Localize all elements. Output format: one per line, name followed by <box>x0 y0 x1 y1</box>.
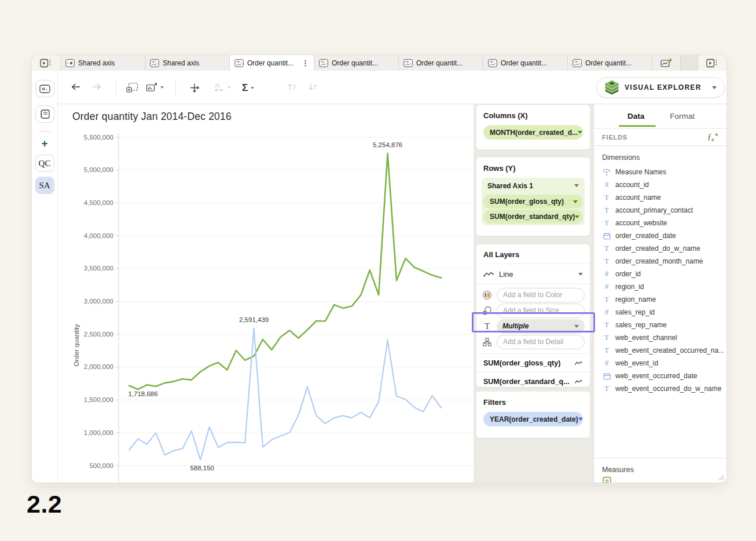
aggregate-button[interactable]: Σ <box>242 82 254 94</box>
filter-pill-year-order-created-date[interactable]: YEAR(order_created_date) <box>483 412 583 426</box>
field-order-created-do-w-name[interactable]: Torder_created_do_w_name <box>594 242 726 255</box>
field-account-id[interactable]: #account_id <box>594 178 726 191</box>
line-mark-icon <box>574 360 583 366</box>
aggregate-caret-icon[interactable] <box>251 87 254 89</box>
size-icon[interactable] <box>482 306 493 316</box>
tab-label: Order quantit... <box>585 59 647 67</box>
chart-canvas[interactable]: Order quantity Jan 2014-Dec 2016 Order q… <box>58 104 474 482</box>
date-field-icon <box>603 232 611 240</box>
remove-chart-caret-icon[interactable] <box>160 86 164 89</box>
shared-axis-header[interactable]: Shared Axis 1 <box>483 178 583 193</box>
pill-chevron-icon[interactable] <box>578 418 583 421</box>
field-label: region_name <box>615 295 656 304</box>
field-web-event-created-occurred-na[interactable]: Tweb_event_created_occurred_na... <box>594 344 726 357</box>
page-thumb-label: QC <box>39 159 51 169</box>
remove-chart-button[interactable] <box>146 82 164 93</box>
field-region-id[interactable]: #region_id <box>594 280 726 293</box>
pill-chevron-icon[interactable] <box>578 131 582 134</box>
text-icon[interactable]: T <box>482 321 493 331</box>
resize-grip-icon[interactable] <box>718 474 725 481</box>
dimensions-list: TMeasure Names#account_idTaccount_nameTa… <box>594 166 726 395</box>
size-encoding-row: Add a field to Size <box>482 303 585 318</box>
tab-label: Order quantit... <box>416 59 478 67</box>
field-web-event-id[interactable]: #web_event_id <box>594 357 726 370</box>
text-field-select[interactable]: Multiple <box>497 319 585 334</box>
field-sales-rep-id[interactable]: #sales_rep_id <box>594 306 726 319</box>
sort-descending-button[interactable] <box>308 82 318 92</box>
field-account-name[interactable]: Taccount_name <box>594 191 726 204</box>
mark-type-chevron-icon[interactable] <box>578 273 583 276</box>
field-account-website[interactable]: Taccount_website <box>594 217 726 229</box>
field-sales-rep-name[interactable]: Tsales_rep_name <box>594 319 726 331</box>
add-calculated-field-button[interactable]: ƒx+ <box>707 131 718 142</box>
tab-data[interactable]: Data <box>627 112 644 120</box>
field-order-id[interactable]: #order_id <box>594 268 726 280</box>
shared-axis-group: Shared Axis 1 SUM(order_gloss_qty) SUM(o… <box>482 178 585 225</box>
number-field-icon: # <box>603 359 611 367</box>
size-field-input[interactable]: Add a field to Size <box>497 304 585 318</box>
notebook-icon[interactable] <box>35 105 54 123</box>
detail-icon[interactable] <box>482 338 493 346</box>
detail-encoding-row: Add a field to Detail <box>482 334 585 349</box>
color-encoding-row: Add a field to Color <box>482 287 585 302</box>
page-thumb-sa[interactable]: SA <box>35 177 54 194</box>
page-thumb-qc[interactable]: QC <box>35 155 54 172</box>
field-region-name[interactable]: Tregion_name <box>594 293 726 306</box>
detail-field-input[interactable]: Add a field to Detail <box>497 335 585 349</box>
add-page-button[interactable]: + <box>41 138 47 149</box>
layer-sum-order-gloss-qty[interactable]: SUM(order_gloss_qty) <box>476 353 590 372</box>
measure-field-partial[interactable] <box>594 477 726 482</box>
color-field-input[interactable]: Add a field to Color <box>497 288 585 302</box>
sort-ascending-button[interactable] <box>287 82 298 92</box>
text-field-chevron-icon[interactable] <box>574 325 579 328</box>
tab-menu-dots-icon[interactable]: ⋮ <box>300 59 309 67</box>
tab-shared-axis-1[interactable]: Shared axis <box>145 55 230 71</box>
field-label: web_event_occurred_date <box>615 372 697 380</box>
tab-format[interactable]: Format <box>670 112 695 120</box>
field-label: order_created_month_name <box>615 257 703 265</box>
plot-area[interactable] <box>58 104 474 482</box>
pill-chevron-icon[interactable] <box>575 215 579 218</box>
field-web-event-channel[interactable]: Tweb_event_channel <box>594 331 726 344</box>
forward-button[interactable] <box>91 82 102 92</box>
rows-pill-sum-order-standard-qty[interactable]: SUM(order_standard_qty) <box>483 210 583 224</box>
duplicate-chart-button[interactable] <box>126 82 138 93</box>
visual-explorer-chevron-icon[interactable] <box>712 86 717 89</box>
columns-pill-month-order-created-date[interactable]: MONTH(order_created_d... <box>483 125 583 140</box>
rows-pill-sum-order-gloss-qty[interactable]: SUM(order_gloss_qty) <box>483 195 583 209</box>
field-label: account_name <box>615 193 661 202</box>
field-web-event-occurred-do-w-name[interactable]: Tweb_event_occurred_do_w_name <box>594 382 726 395</box>
tab-label: Shared axis <box>78 59 140 67</box>
tab-order-quantit-5[interactable]: Order quantit... <box>483 55 568 71</box>
color-icon[interactable] <box>482 290 493 300</box>
series-standard-line[interactable] <box>129 328 441 460</box>
tab-order-quantit-4[interactable]: Order quantit... <box>399 55 483 71</box>
add-chart-tab-button[interactable] <box>652 55 681 71</box>
field-order-created-date[interactable]: order_created_date <box>594 229 726 242</box>
field-label: account_id <box>615 181 649 189</box>
pill-label: SUM(order_gloss_qty) <box>490 198 564 206</box>
group-label: Shared Axis 1 <box>487 182 533 190</box>
layer-sum-order-standard-qty[interactable]: SUM(order_standard_q... <box>476 372 590 390</box>
tab-shared-axis-0[interactable]: Shared axis <box>61 55 145 71</box>
pill-chevron-icon[interactable] <box>573 200 578 203</box>
back-button[interactable] <box>71 82 81 92</box>
tab-order-quantit-6[interactable]: Order quantit... <box>568 55 652 71</box>
presentation-icon[interactable] <box>35 80 54 97</box>
field-account-primary-contact[interactable]: Taccount_primary_contact <box>594 204 726 217</box>
tab-order-quantit-2[interactable]: Order quantit...⋮ <box>230 55 314 71</box>
collapse-tab-panel-icon[interactable] <box>32 55 61 71</box>
visual-explorer-button[interactable]: VISUAL EXPLORER <box>596 77 725 98</box>
swap-axes-button[interactable] <box>189 82 200 94</box>
field-web-event-occurred-date[interactable]: web_event_occurred_date <box>594 370 726 382</box>
mark-type-select[interactable]: Line <box>476 264 590 284</box>
series-gloss-line[interactable] <box>129 153 441 389</box>
group-chevron-icon[interactable] <box>574 184 579 187</box>
field-order-created-month-name[interactable]: Torder_created_month_name <box>594 255 726 268</box>
tab-order-quantit-3[interactable]: Order quantit... <box>314 55 399 71</box>
bar-width-button[interactable] <box>213 82 231 93</box>
shelves-panel: Columns (X) MONTH(order_created_d... Row… <box>474 104 593 482</box>
expand-tab-panel-icon[interactable] <box>698 55 726 71</box>
bar-width-caret-icon <box>227 86 231 89</box>
field-measure-names[interactable]: TMeasure Names <box>594 166 726 178</box>
